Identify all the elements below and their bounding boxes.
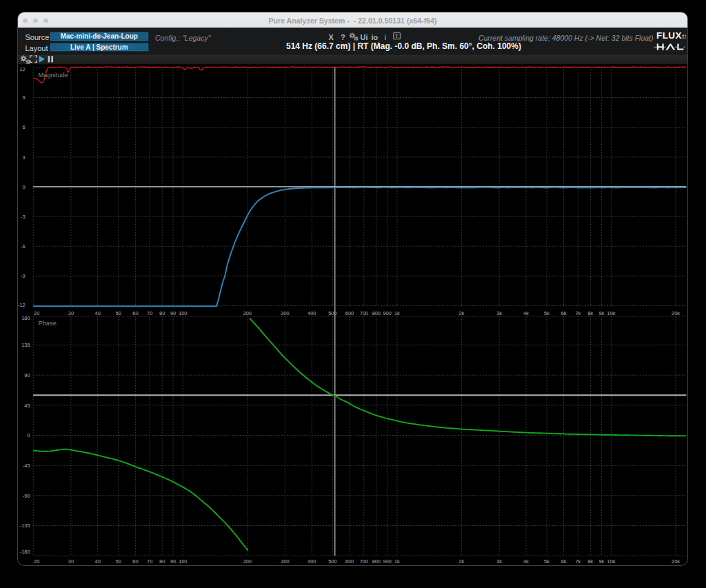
svg-text:T.: T. [395,34,399,39]
